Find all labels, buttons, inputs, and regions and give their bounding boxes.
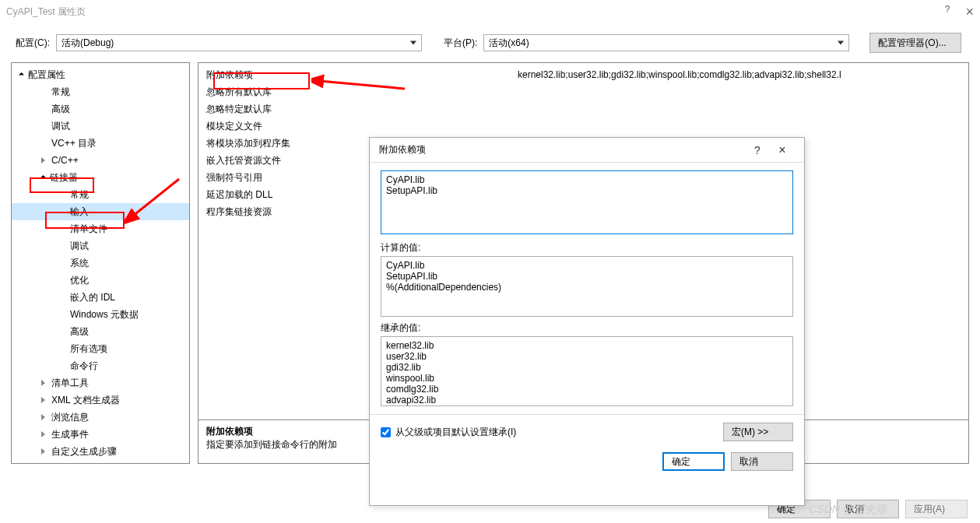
tree-item-Windows 元数据[interactable]: Windows 元数据: [12, 306, 189, 323]
tree-item-清单工具[interactable]: 清单工具: [12, 374, 189, 391]
property-row[interactable]: 忽略所有默认库: [198, 83, 968, 100]
platform-dropdown[interactable]: 活动(x64): [483, 34, 849, 51]
help-icon[interactable]: ?: [945, 4, 950, 20]
main-cancel-button[interactable]: 取消: [837, 500, 899, 518]
tree-label: C/C++: [51, 153, 79, 167]
close-icon[interactable]: ×: [965, 4, 974, 20]
computed-label: 计算的值:: [381, 241, 793, 254]
tree-label: 清单工具: [51, 376, 89, 390]
inherited-values: kernel32.lib user32.lib gdi32.lib winspo…: [381, 336, 793, 406]
prop-name: 模块定义文件: [206, 118, 518, 135]
dialog-title: 附加依赖项: [379, 143, 745, 156]
tree-item-清单文件[interactable]: 清单文件: [12, 220, 189, 237]
tree-item-自定义生成步骤[interactable]: 自定义生成步骤: [12, 443, 189, 460]
collapse-icon[interactable]: [41, 397, 45, 403]
collapse-icon[interactable]: [41, 380, 45, 386]
config-row: 配置(C): 活动(Debug) 平台(P): 活动(x64) 配置管理器(O)…: [0, 23, 980, 62]
tree-item-命令行[interactable]: 命令行: [12, 357, 189, 374]
tree-item-浏览信息[interactable]: 浏览信息: [12, 409, 189, 426]
tree-label: 命令行: [70, 359, 98, 373]
collapse-icon[interactable]: [41, 431, 45, 437]
tree-label: Windows 元数据: [70, 307, 139, 321]
tree-label: 输入: [70, 205, 89, 219]
tree-item-代码分析[interactable]: 代码分析: [12, 460, 189, 464]
property-row[interactable]: 忽略特定默认库: [198, 100, 968, 118]
collapse-icon[interactable]: [41, 448, 45, 455]
platform-label: 平台(P):: [444, 37, 477, 50]
tree-item-常规[interactable]: 常规: [12, 83, 189, 100]
tree-item-高级[interactable]: 高级: [12, 100, 189, 118]
tree-label: VC++ 目录: [51, 136, 97, 150]
dialog-body: 计算的值: CyAPI.lib SetupAPI.lib %(Additiona…: [370, 163, 804, 414]
tree-item-C/C++[interactable]: C/C++: [12, 152, 189, 169]
config-manager-button[interactable]: 配置管理器(O)...: [869, 33, 961, 53]
config-dropdown[interactable]: 活动(Debug): [56, 34, 422, 51]
dialog-titlebar: 附加依赖项 ? ×: [370, 138, 804, 163]
tree-item-嵌入的 IDL[interactable]: 嵌入的 IDL: [12, 289, 189, 306]
tree-item-XML 文档生成器[interactable]: XML 文档生成器: [12, 391, 189, 409]
config-label: 配置(C):: [16, 37, 50, 50]
tree-item-配置属性[interactable]: 配置属性: [12, 66, 189, 83]
tree-label: 配置属性: [28, 68, 65, 82]
prop-name: 附加依赖项: [206, 66, 518, 83]
tree-label: 优化: [70, 273, 89, 287]
tree-label: 代码分析: [51, 462, 89, 464]
inherit-checkbox[interactable]: [381, 427, 391, 437]
tree-label: 调试: [51, 119, 70, 133]
property-row[interactable]: 附加依赖项kernel32.lib;user32.lib;gdi32.lib;w…: [198, 66, 968, 83]
tree-item-高级[interactable]: 高级: [12, 323, 189, 340]
tree-item-调试[interactable]: 调试: [12, 118, 189, 135]
prop-name: 忽略特定默认库: [206, 100, 518, 118]
tree-label: 高级: [70, 325, 89, 339]
inherited-label: 继承的值:: [381, 321, 793, 335]
tree-label: 常规: [51, 85, 70, 99]
expand-icon[interactable]: [19, 72, 24, 77]
additional-deps-dialog: 附加依赖项 ? × 计算的值: CyAPI.lib SetupAPI.lib %…: [369, 137, 805, 506]
tree-label: 所有选项: [70, 342, 107, 356]
deps-input[interactable]: [381, 170, 793, 234]
window-titlebar: CyAPI_Test 属性页 ? ×: [0, 0, 980, 23]
window-title: CyAPI_Test 属性页: [6, 5, 945, 19]
tree-label: XML 文档生成器: [51, 393, 120, 407]
tree-label: 链接器: [50, 170, 78, 184]
dialog-ok-button[interactable]: 确定: [662, 452, 725, 471]
tree-panel[interactable]: 配置属性常规高级调试VC++ 目录C/C++链接器常规输入清单文件调试系统优化嵌…: [11, 62, 190, 464]
tree-label: 高级: [51, 102, 70, 116]
dialog-help-icon[interactable]: ?: [745, 144, 770, 156]
tree-item-VC++ 目录[interactable]: VC++ 目录: [12, 135, 189, 152]
macro-button[interactable]: 宏(M) >>: [723, 423, 793, 441]
tree-item-生成事件[interactable]: 生成事件: [12, 426, 189, 443]
tree-label: 调试: [70, 239, 89, 253]
titlebar-controls: ? ×: [945, 4, 974, 20]
tree-item-调试[interactable]: 调试: [12, 237, 189, 254]
computed-values: CyAPI.lib SetupAPI.lib %(AdditionalDepen…: [381, 256, 793, 317]
dialog-inherit-row: 从父级或项目默认设置继承(I) 宏(M) >>: [370, 414, 804, 449]
tree-label: 常规: [70, 188, 89, 202]
prop-value: [518, 118, 961, 135]
prop-name: 忽略所有默认库: [206, 83, 518, 100]
dialog-cancel-button[interactable]: 取消: [731, 452, 793, 471]
tree-item-系统[interactable]: 系统: [12, 254, 189, 272]
tree-item-常规[interactable]: 常规: [12, 186, 189, 203]
dialog-close-icon[interactable]: ×: [770, 143, 795, 157]
main-apply-button[interactable]: 应用(A): [905, 500, 968, 518]
collapse-icon[interactable]: [41, 414, 45, 420]
tree-label: 浏览信息: [51, 410, 89, 424]
tree-label: 生成事件: [51, 427, 89, 441]
tree-item-输入[interactable]: 输入: [12, 203, 189, 220]
dialog-footer: 确定 取消: [370, 449, 804, 479]
tree-label: 清单文件: [70, 222, 107, 236]
collapse-icon[interactable]: [41, 157, 45, 163]
property-row[interactable]: 模块定义文件: [198, 118, 968, 135]
platform-value: 活动(x64): [489, 37, 529, 50]
tree-item-链接器[interactable]: 链接器: [12, 169, 189, 186]
config-value: 活动(Debug): [61, 37, 114, 50]
tree-label: 系统: [70, 256, 89, 270]
prop-value: [518, 100, 961, 118]
tree-label: 嵌入的 IDL: [70, 290, 115, 304]
tree-item-优化[interactable]: 优化: [12, 272, 189, 289]
prop-value: kernel32.lib;user32.lib;gdi32.lib;winspo…: [518, 66, 961, 83]
expand-icon[interactable]: [40, 174, 46, 180]
tree-label: 自定义生成步骤: [51, 444, 117, 458]
tree-item-所有选项[interactable]: 所有选项: [12, 340, 189, 357]
